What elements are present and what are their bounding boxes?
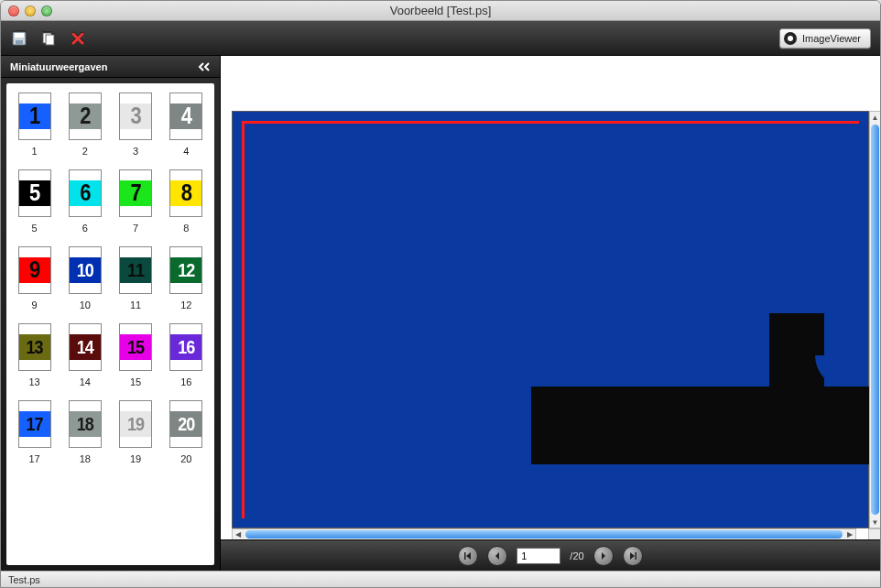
imageviewer-label: ImageViewer bbox=[802, 33, 861, 44]
scroll-corner bbox=[868, 528, 880, 539]
thumbnail-preview: 5 bbox=[18, 169, 51, 217]
thumbnail-item[interactable]: 1111 bbox=[115, 246, 157, 310]
thumbnail-label: 19 bbox=[130, 453, 141, 464]
zoom-window-button[interactable] bbox=[41, 5, 52, 16]
thumbnail-label: 18 bbox=[80, 453, 91, 464]
thumbnail-item[interactable]: 1414 bbox=[64, 323, 105, 387]
chevron-left-icon bbox=[493, 551, 502, 561]
thumbnail-label: 16 bbox=[180, 376, 191, 387]
thumbnail-preview: 9 bbox=[18, 246, 51, 294]
thumbnail-item[interactable]: 1919 bbox=[115, 400, 157, 464]
scroll-thumb[interactable] bbox=[871, 125, 879, 515]
thumbnail-number: 17 bbox=[27, 413, 43, 435]
thumbnail-preview: 1 bbox=[18, 93, 51, 140]
thumbnail-number: 20 bbox=[178, 413, 194, 435]
thumbnail-preview: 18 bbox=[69, 400, 102, 448]
thumbnail-item[interactable]: 99 bbox=[14, 246, 55, 310]
thumbnail-item[interactable]: 1010 bbox=[64, 246, 105, 310]
thumbnails-sidebar: Miniatuurweergaven 112233445566778899101… bbox=[1, 56, 221, 571]
thumbnail-label: 3 bbox=[133, 146, 138, 157]
svg-rect-5 bbox=[464, 552, 466, 560]
thumbnail-item[interactable]: 44 bbox=[166, 93, 207, 157]
next-page-button[interactable] bbox=[593, 546, 614, 566]
delete-button[interactable] bbox=[69, 29, 87, 48]
thumbnail-item[interactable]: 1515 bbox=[115, 323, 157, 387]
preview-page bbox=[232, 111, 869, 528]
thumbnail-label: 7 bbox=[133, 223, 138, 234]
thumbnail-item[interactable]: 2020 bbox=[166, 400, 207, 464]
thumbnail-label: 20 bbox=[180, 453, 191, 464]
thumbnails-scroll[interactable]: 1122334455667788991010111112121313141415… bbox=[6, 83, 214, 565]
thumbnail-label: 6 bbox=[82, 223, 88, 234]
thumbnail-preview: 4 bbox=[169, 93, 202, 140]
thumbnail-label: 1 bbox=[32, 146, 38, 157]
copy-button[interactable] bbox=[39, 29, 58, 48]
thumbnail-item[interactable]: 22 bbox=[64, 93, 105, 157]
scroll-thumb[interactable] bbox=[245, 530, 843, 539]
prev-page-button[interactable] bbox=[487, 546, 507, 566]
svg-rect-1 bbox=[15, 33, 24, 38]
scroll-up-arrow-icon[interactable]: ▲ bbox=[870, 112, 880, 123]
thumbnail-label: 14 bbox=[80, 376, 91, 387]
save-button[interactable] bbox=[10, 29, 28, 48]
thumbnail-item[interactable]: 1717 bbox=[14, 400, 55, 464]
thumbnail-item[interactable]: 66 bbox=[64, 169, 105, 234]
scroll-down-arrow-icon[interactable]: ▼ bbox=[870, 517, 880, 528]
thumbnail-number: 12 bbox=[178, 259, 194, 281]
pager-bar: /20 bbox=[221, 539, 880, 571]
horizontal-scrollbar[interactable]: ◀ ▶ bbox=[232, 528, 856, 539]
app-window: Voorbeeld [Test.ps] ImageViewer bbox=[0, 0, 881, 588]
thumbnail-label: 13 bbox=[29, 376, 40, 387]
thumbnail-number: 9 bbox=[29, 256, 39, 284]
page-number-input[interactable] bbox=[517, 548, 560, 564]
collapse-sidebar-button[interactable] bbox=[198, 61, 211, 72]
thumbnail-number: 1 bbox=[29, 103, 39, 130]
close-x-icon bbox=[71, 31, 85, 46]
thumbnail-item[interactable]: 88 bbox=[166, 169, 207, 234]
thumbnail-item[interactable]: 1313 bbox=[14, 323, 55, 387]
thumbnail-label: 15 bbox=[130, 376, 141, 387]
thumbnail-label: 17 bbox=[29, 453, 40, 464]
svg-rect-6 bbox=[635, 552, 636, 560]
chevron-right-icon bbox=[599, 551, 608, 561]
thumbnail-number: 11 bbox=[127, 259, 144, 281]
thumbnail-number: 5 bbox=[29, 180, 39, 207]
titlebar: Voorbeeld [Test.ps] bbox=[1, 1, 880, 21]
thumbnail-preview: 3 bbox=[119, 93, 152, 140]
last-page-button[interactable] bbox=[623, 546, 643, 566]
thumbnail-item[interactable]: 77 bbox=[115, 169, 157, 234]
thumbnail-item[interactable]: 11 bbox=[14, 93, 55, 157]
thumbnail-label: 12 bbox=[180, 299, 191, 310]
thumbnail-item[interactable]: 1212 bbox=[166, 246, 207, 310]
thumbnail-number: 2 bbox=[80, 103, 90, 130]
thumbnail-preview: 16 bbox=[169, 323, 202, 371]
thumbnail-number: 14 bbox=[77, 336, 93, 358]
thumbnail-item[interactable]: 1616 bbox=[166, 323, 207, 387]
thumbnail-item[interactable]: 55 bbox=[14, 169, 55, 234]
thumbnail-preview: 13 bbox=[18, 323, 51, 371]
minimize-window-button[interactable] bbox=[25, 5, 36, 16]
thumbnail-number: 18 bbox=[77, 413, 93, 435]
preview-viewport[interactable]: ▲ ▼ ◀ ▶ bbox=[221, 56, 880, 539]
main-toolbar: ImageViewer bbox=[1, 21, 880, 56]
vertical-scrollbar[interactable]: ▲ ▼ bbox=[869, 111, 880, 528]
thumbnail-label: 9 bbox=[32, 299, 38, 310]
scroll-left-arrow-icon[interactable]: ◀ bbox=[233, 529, 244, 539]
thumbnail-preview: 15 bbox=[119, 323, 152, 371]
thumbnail-label: 2 bbox=[82, 146, 88, 157]
close-window-button[interactable] bbox=[8, 5, 19, 16]
scroll-right-arrow-icon[interactable]: ▶ bbox=[844, 529, 855, 539]
thumbnail-item[interactable]: 33 bbox=[115, 93, 157, 157]
skip-last-icon bbox=[628, 551, 637, 561]
first-page-button[interactable] bbox=[458, 546, 478, 566]
thumbnail-label: 4 bbox=[183, 146, 189, 157]
thumbnail-preview: 6 bbox=[69, 169, 102, 217]
thumbnail-item[interactable]: 1818 bbox=[64, 400, 105, 464]
sidebar-title: Miniatuurweergaven bbox=[10, 61, 107, 72]
thumbnails-grid: 1122334455667788991010111112121313141415… bbox=[14, 93, 207, 464]
imageviewer-button[interactable]: ImageViewer bbox=[779, 28, 871, 49]
window-title: Voorbeeld [Test.ps] bbox=[1, 4, 880, 17]
thumbnail-number: 16 bbox=[178, 336, 194, 358]
thumbnail-label: 5 bbox=[32, 223, 38, 234]
thumbnail-preview: 14 bbox=[69, 323, 102, 371]
